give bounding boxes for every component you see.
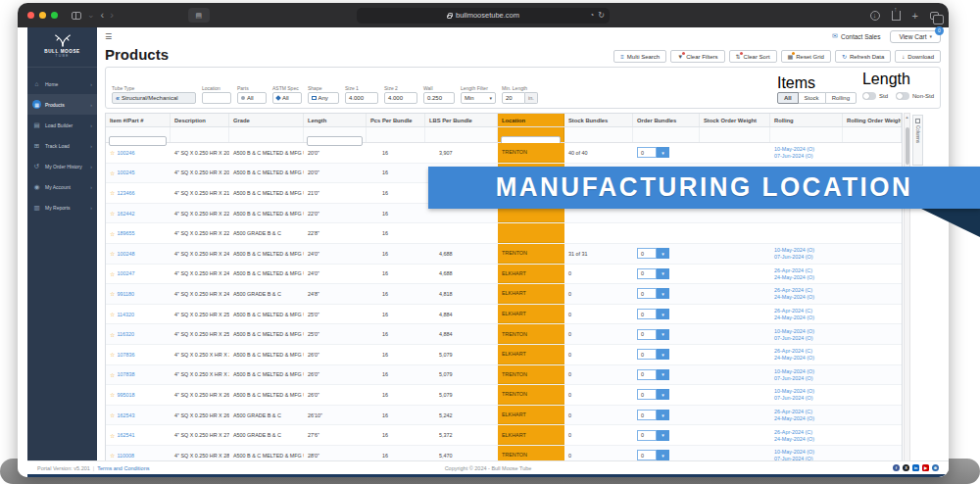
sidebar-item-my-reports[interactable]: ▥My Reports› (27, 197, 97, 218)
download-button[interactable]: ↓Download (895, 50, 941, 63)
order-quantity-input[interactable]: 0 (637, 450, 657, 460)
globe-icon[interactable]: ⊕ (932, 464, 939, 471)
item-number-link[interactable]: 189655 (117, 230, 134, 236)
rolling-date-link[interactable]: 07-Jun-2024 (O) (774, 153, 813, 159)
favorite-star-icon[interactable]: ☆ (110, 169, 115, 176)
rolling-date-link[interactable]: 07-Jun-2024 (O) (774, 375, 813, 381)
rolling-date-link[interactable]: 26-Apr-2024 (C) (774, 429, 812, 435)
rolling-date-link[interactable]: 07-Jun-2024 (O) (774, 254, 813, 260)
item-number-link[interactable]: 110008 (117, 453, 134, 459)
favorite-star-icon[interactable]: ☆ (110, 411, 115, 418)
rolling-date-link[interactable]: 24-May-2024 (O) (774, 274, 814, 280)
sidebar-item-track-load[interactable]: ⊞Track Load› (27, 135, 97, 156)
sidebar-item-products[interactable]: ▦Products› (27, 94, 97, 115)
items-option-stock[interactable]: Stock (798, 92, 826, 104)
order-quantity-input[interactable]: 0 (637, 309, 657, 319)
rolling-date-link[interactable]: 10-May-2024 (O) (774, 328, 814, 334)
rolling-date-link[interactable]: 24-May-2024 (O) (774, 355, 814, 361)
browser-sidebar-icon[interactable] (72, 12, 81, 20)
rolling-date-link[interactable]: 24-May-2024 (O) (774, 436, 814, 442)
favorite-star-icon[interactable]: ☆ (110, 351, 115, 358)
item-number-link[interactable]: 100245 (117, 169, 134, 175)
columns-side-tab[interactable]: Columns (912, 115, 923, 166)
sidebar-item-my-account[interactable]: ◉My Account› (27, 176, 97, 197)
add-to-cart-button[interactable]: ▾ (657, 389, 669, 400)
downloads-icon[interactable]: ↓ (870, 11, 880, 21)
multi-search-button[interactable]: ≡Multi Search (613, 50, 666, 63)
rolling-date-link[interactable]: 07-Jun-2024 (O) (774, 395, 813, 401)
toggle-non-std[interactable]: Non-Std (896, 92, 934, 100)
add-to-cart-button[interactable]: ▾ (657, 410, 669, 420)
rolling-date-link[interactable]: 10-May-2024 (O) (774, 146, 814, 152)
sidebar-item-home[interactable]: ⌂Home› (27, 73, 97, 94)
favorite-star-icon[interactable]: ☆ (110, 230, 115, 237)
filter-field-input[interactable]: Min▾ (461, 92, 496, 104)
item-number-link[interactable]: 107836 (117, 352, 134, 358)
address-bar[interactable]: bullmoosetube.com ◔ ↻ (357, 8, 610, 24)
rolling-date-link[interactable]: 26-Apr-2024 (C) (774, 348, 812, 354)
rolling-date-link[interactable]: 26-Apr-2024 (C) (774, 409, 812, 414)
linkedin-icon[interactable]: in (912, 464, 919, 471)
items-option-rolling[interactable]: Rolling (825, 92, 857, 104)
add-to-cart-button[interactable]: ▾ (657, 147, 669, 158)
filter-field-input[interactable]: 0.250 (423, 92, 455, 104)
sidebar-item-my-order-history[interactable]: ↺My Order History› (27, 156, 97, 176)
favorite-star-icon[interactable]: ☆ (110, 311, 115, 317)
terms-link[interactable]: Terms and Conditions (97, 465, 149, 471)
scroll-up-icon[interactable]: ▲ (905, 115, 909, 120)
item-number-link[interactable]: 100247 (117, 270, 134, 276)
hamburger-menu-icon[interactable]: ☰ (105, 32, 112, 41)
refresh-data-button[interactable]: ↻Refresh Data (835, 50, 891, 63)
order-quantity-input[interactable]: 0 (637, 369, 657, 380)
filter-field-input[interactable]: 20 (502, 92, 525, 104)
filter-field-input[interactable]: Any (308, 92, 339, 104)
filter-field-input[interactable]: 4.000 (384, 92, 417, 104)
new-tab-icon[interactable]: + (912, 10, 918, 22)
favorite-star-icon[interactable]: ☆ (110, 290, 115, 297)
add-to-cart-button[interactable]: ▾ (657, 450, 669, 460)
add-to-cart-button[interactable]: ▾ (657, 268, 669, 279)
items-option-all[interactable]: All (777, 92, 799, 104)
column-header-rolling-order-weight[interactable]: Rolling Order Weight (843, 114, 902, 126)
toggle-std[interactable]: Std (862, 92, 888, 100)
back-icon[interactable]: ‹ (101, 10, 105, 21)
facebook-icon[interactable]: f (893, 464, 900, 471)
forward-icon[interactable]: › (110, 10, 114, 21)
favorite-star-icon[interactable]: ☆ (110, 331, 115, 338)
clear-filters-button[interactable]: ▼Clear Filters (670, 50, 724, 63)
column-header-pcs-per-bundle[interactable]: Pcs Per Bundle (367, 114, 425, 126)
sidebar-item-load-builder[interactable]: ▤Load Builder› (27, 115, 97, 135)
order-quantity-input[interactable]: 0 (637, 288, 657, 299)
favorite-star-icon[interactable]: ☆ (110, 210, 115, 217)
add-to-cart-button[interactable]: ▾ (657, 329, 669, 340)
reset-grid-button[interactable]: ▦Reset Grid (781, 50, 831, 63)
clear-sort-button[interactable]: ⇅Clear Sort (729, 50, 777, 63)
item-number-link[interactable]: 162543 (117, 412, 134, 418)
filter-field-input[interactable] (202, 92, 231, 104)
item-number-link[interactable]: 107838 (117, 371, 134, 377)
scrollbar-thumb[interactable] (906, 127, 909, 165)
rolling-date-link[interactable]: 26-Apr-2024 (C) (774, 308, 812, 314)
column-header-stock-order-weight[interactable]: Stock Order Weight (700, 114, 770, 126)
filter-field-input[interactable]: «Structural/Mechanical (112, 92, 196, 104)
rolling-date-link[interactable]: 24-May-2024 (O) (774, 415, 814, 421)
chevron-down-icon[interactable]: ⌄ (87, 11, 95, 20)
share-icon[interactable] (892, 11, 901, 21)
item-number-link[interactable]: 995018 (117, 392, 134, 398)
item-number-link[interactable]: 991180 (117, 291, 134, 297)
column-header-lbs-per-bundle[interactable]: LBS Per Bundle (425, 114, 498, 126)
column-header-length[interactable]: Length (304, 114, 367, 126)
order-quantity-input[interactable]: 0 (637, 329, 657, 340)
filter-field-input[interactable]: 4.000 (345, 92, 378, 104)
rolling-date-link[interactable]: 26-Apr-2024 (C) (774, 267, 812, 273)
contact-sales-link[interactable]: ✉ Contact Sales (832, 32, 880, 40)
close-window-icon[interactable] (27, 12, 34, 19)
tab-overview-icon[interactable] (930, 12, 939, 20)
x-icon[interactable]: X (903, 464, 909, 471)
item-number-link[interactable]: 123466 (117, 190, 134, 196)
order-quantity-input[interactable]: 0 (637, 147, 657, 158)
add-to-cart-button[interactable]: ▾ (657, 248, 669, 259)
add-to-cart-button[interactable]: ▾ (657, 288, 669, 299)
privacy-icon[interactable]: ◔ (589, 11, 594, 20)
view-cart-button[interactable]: View Cart ▾ 0 (890, 30, 941, 43)
